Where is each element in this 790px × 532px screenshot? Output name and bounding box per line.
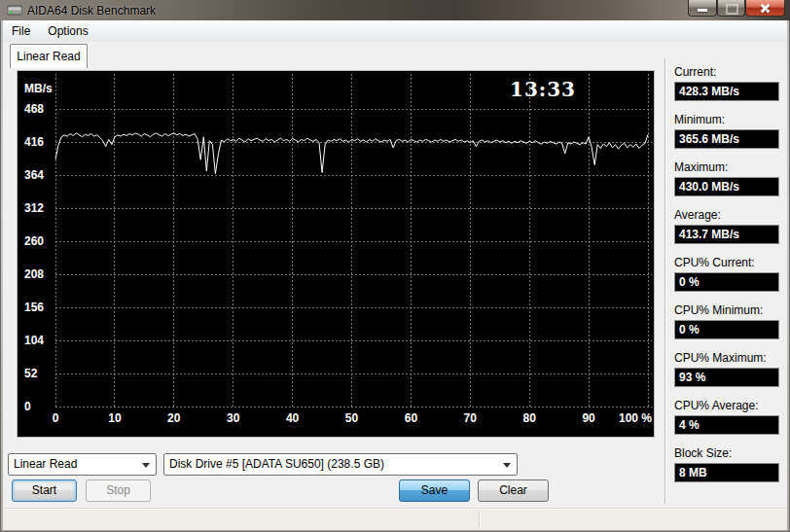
menu-options[interactable]: Options [39, 20, 96, 42]
app-window: AIDA64 Disk Benchmark File Options Linea… [0, 0, 790, 532]
clear-button[interactable]: Clear [478, 479, 549, 502]
close-button[interactable] [745, 0, 785, 17]
stat-value: 413.7 MB/s [674, 225, 779, 244]
stats-panel: Current: 428.3 MB/s Minimum: 365.6 MB/s … [674, 61, 783, 494]
panel-divider [664, 58, 666, 504]
chart-clock: 13:33 [509, 78, 577, 101]
svg-text:100 %: 100 % [619, 411, 652, 425]
stat-block-size: Block Size: 8 MB [674, 446, 783, 482]
svg-text:70: 70 [464, 411, 478, 425]
menu-file[interactable]: File [3, 20, 39, 42]
stat-current: Current: 428.3 MB/s [674, 65, 783, 101]
stat-label: Maximum: [674, 160, 783, 175]
start-button[interactable]: Start [12, 479, 77, 502]
stat-value: 8 MB [674, 463, 779, 482]
status-bar-separator [479, 512, 481, 527]
svg-text:468: 468 [24, 102, 44, 116]
stat-label: CPU% Average: [674, 399, 783, 413]
stat-value: 4 % [674, 415, 779, 435]
svg-text:208: 208 [24, 267, 44, 281]
minimize-button[interactable] [688, 0, 717, 17]
chevron-down-icon [503, 463, 511, 468]
svg-text:10: 10 [108, 411, 122, 425]
svg-text:90: 90 [582, 411, 595, 425]
maximize-button[interactable] [717, 0, 745, 17]
svg-text:50: 50 [345, 411, 359, 425]
status-bar [3, 508, 787, 530]
svg-text:40: 40 [286, 411, 300, 425]
stat-cpu-average: CPU% Average: 4 % [674, 399, 783, 435]
title-bar[interactable]: AIDA64 Disk Benchmark [0, 0, 790, 20]
svg-text:312: 312 [24, 201, 44, 215]
benchmark-type-select[interactable]: Linear Read [8, 453, 157, 476]
disk-drive-icon [7, 5, 22, 16]
drive-select[interactable]: Disk Drive #5 [ADATA SU650] (238.5 GB) [163, 453, 518, 476]
svg-text:MB/s: MB/s [24, 82, 53, 95]
stat-label: CPU% Minimum: [674, 303, 783, 318]
stat-label: CPU% Maximum: [674, 351, 783, 366]
stat-value: 93 % [674, 368, 779, 387]
stat-maximum: Maximum: 430.0 MB/s [674, 160, 783, 196]
stat-value: 0 % [674, 272, 779, 292]
stat-label: Current: [674, 65, 783, 80]
svg-text:80: 80 [523, 411, 537, 425]
chevron-down-icon [142, 463, 150, 468]
stat-average: Average: 413.7 MB/s [674, 208, 783, 244]
svg-text:60: 60 [405, 411, 418, 425]
save-button[interactable]: Save [399, 479, 470, 502]
stat-label: Block Size: [674, 446, 783, 461]
stat-value: 428.3 MB/s [674, 82, 779, 101]
svg-text:0: 0 [24, 400, 31, 413]
stat-cpu-minimum: CPU% Minimum: 0 % [674, 303, 783, 339]
stat-cpu-maximum: CPU% Maximum: 93 % [674, 351, 783, 387]
client-area: Linear Read 468416364312260208156104520M… [3, 42, 787, 529]
stat-label: Minimum: [674, 113, 783, 127]
window-controls [688, 0, 785, 17]
svg-text:260: 260 [24, 234, 44, 248]
window-title: AIDA64 Disk Benchmark [27, 4, 156, 18]
svg-text:20: 20 [167, 411, 181, 425]
svg-text:30: 30 [227, 411, 240, 425]
close-icon [760, 3, 770, 13]
stat-value: 430.0 MB/s [674, 177, 779, 196]
tab-linear-read[interactable]: Linear Read [10, 44, 88, 68]
stat-value: 0 % [674, 320, 779, 339]
benchmark-chart: 468416364312260208156104520MB/s010203040… [17, 70, 655, 438]
stop-button: Stop [86, 479, 151, 502]
svg-text:156: 156 [24, 301, 44, 314]
stat-value: 365.6 MB/s [674, 129, 779, 149]
svg-text:416: 416 [24, 135, 44, 149]
chart-plot: 468416364312260208156104520MB/s010203040… [18, 71, 654, 437]
stat-label: Average: [674, 208, 783, 223]
stat-cpu-current: CPU% Current: 0 % [674, 256, 783, 292]
menu-bar: File Options [3, 20, 787, 43]
svg-text:104: 104 [24, 334, 44, 347]
minimize-icon [698, 9, 707, 12]
stat-label: CPU% Current: [674, 256, 783, 270]
svg-text:0: 0 [53, 411, 59, 425]
benchmark-type-value: Linear Read [14, 457, 77, 471]
drive-select-value: Disk Drive #5 [ADATA SU650] (238.5 GB) [169, 457, 384, 471]
svg-text:364: 364 [24, 168, 44, 182]
stat-minimum: Minimum: 365.6 MB/s [674, 113, 783, 149]
maximize-icon [726, 4, 738, 15]
svg-text:52: 52 [24, 367, 38, 380]
